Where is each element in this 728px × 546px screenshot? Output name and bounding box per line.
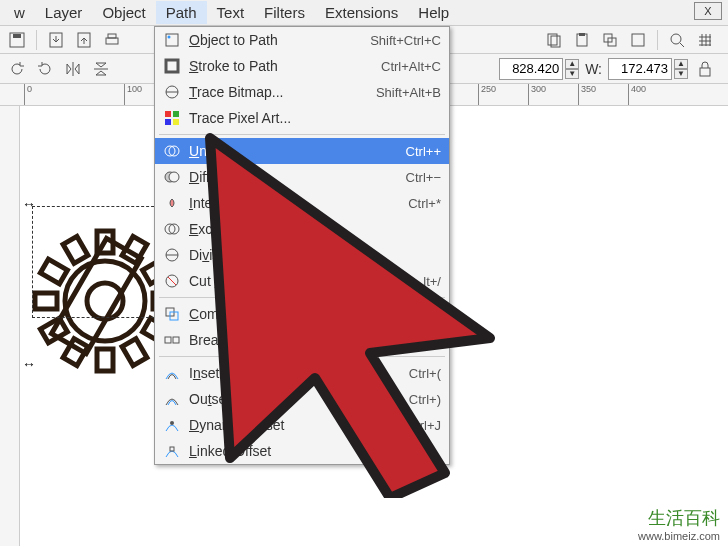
combine-icon	[163, 305, 181, 323]
separator	[657, 30, 658, 50]
svg-point-32	[168, 36, 171, 39]
stepper-up-icon[interactable]: ▲	[565, 59, 579, 69]
stepper-down-icon[interactable]: ▼	[565, 69, 579, 79]
svg-point-13	[671, 34, 681, 44]
copy-icon[interactable]	[543, 29, 565, 51]
paste-icon[interactable]	[571, 29, 593, 51]
x-spinner[interactable]: ▲▼	[499, 58, 579, 80]
svg-rect-23	[122, 339, 147, 366]
w-input[interactable]	[608, 58, 672, 80]
duplicate-icon[interactable]	[599, 29, 621, 51]
selection-box	[32, 206, 164, 318]
import-icon[interactable]	[45, 29, 67, 51]
close-icon: X	[704, 5, 711, 17]
menu-item-shortcut: Shift+Ctrl+C	[370, 33, 441, 48]
svg-line-14	[680, 43, 684, 47]
dynamic-offset-icon	[163, 416, 181, 434]
union-icon	[163, 142, 181, 160]
menu-item-shortcut: Ctrl+Alt+C	[381, 59, 441, 74]
menu-layer[interactable]: Layer	[35, 1, 93, 24]
watermark-url: www.bimeiz.com	[638, 530, 720, 542]
stepper-down-icon[interactable]: ▼	[674, 69, 688, 79]
svg-rect-15	[700, 68, 710, 76]
menu-item-label: Trace Bitmap...	[189, 84, 368, 100]
rotate-cw-icon[interactable]	[34, 58, 56, 80]
menubar: w Layer Object Path Text Filters Extensi…	[0, 0, 728, 26]
linked-offset-icon	[163, 442, 181, 460]
lock-icon[interactable]	[694, 58, 716, 80]
clone-icon[interactable]	[627, 29, 649, 51]
ruler-vertical	[0, 106, 20, 546]
print-icon[interactable]	[101, 29, 123, 51]
save-icon[interactable]	[6, 29, 28, 51]
svg-rect-37	[173, 111, 179, 117]
intersection-icon	[163, 194, 181, 212]
svg-rect-24	[97, 349, 113, 371]
svg-rect-39	[173, 119, 179, 125]
ruler-tick: 400	[628, 84, 646, 106]
svg-rect-12	[632, 34, 644, 46]
menu-item-stroke-to-path[interactable]: Stroke to PathCtrl+Alt+C	[155, 53, 449, 79]
x-input[interactable]	[499, 58, 563, 80]
window-close-button[interactable]: X	[694, 2, 722, 20]
ruler-tick: 0	[24, 84, 32, 106]
ruler-tick: 300	[528, 84, 546, 106]
svg-rect-55	[170, 447, 174, 451]
grid-icon[interactable]	[694, 29, 716, 51]
menu-extensions[interactable]: Extensions	[315, 1, 408, 24]
cursor-arrow-icon	[190, 128, 510, 498]
cut-path-icon	[163, 272, 181, 290]
flip-h-icon[interactable]	[62, 58, 84, 80]
ruler-tick: 350	[578, 84, 596, 106]
menu-path[interactable]: Path	[156, 1, 207, 24]
svg-rect-1	[13, 34, 21, 38]
svg-rect-53	[173, 337, 179, 343]
svg-rect-36	[165, 111, 171, 117]
ruler-tick: 100	[124, 84, 142, 106]
zoom-icon[interactable]	[666, 29, 688, 51]
svg-rect-31	[166, 34, 178, 46]
svg-rect-5	[108, 34, 116, 38]
svg-rect-33	[166, 60, 178, 72]
selection-handle-icon[interactable]: ↔	[22, 356, 36, 372]
svg-rect-52	[165, 337, 171, 343]
object-to-path-icon	[163, 31, 181, 49]
menu-text[interactable]: Text	[207, 1, 255, 24]
menu-view[interactable]: w	[4, 1, 35, 24]
menu-help[interactable]: Help	[408, 1, 459, 24]
separator	[36, 30, 37, 50]
svg-rect-38	[165, 119, 171, 125]
svg-point-54	[170, 421, 174, 425]
outset-icon	[163, 390, 181, 408]
inset-icon	[163, 364, 181, 382]
export-icon[interactable]	[73, 29, 95, 51]
menu-item-shortcut: Shift+Alt+B	[376, 85, 441, 100]
menu-item-label: Object to Path	[189, 32, 362, 48]
svg-rect-4	[106, 38, 118, 44]
trace-bitmap-icon	[163, 83, 181, 101]
menu-item-trace-bitmap[interactable]: Trace Bitmap...Shift+Alt+B	[155, 79, 449, 105]
menu-filters[interactable]: Filters	[254, 1, 315, 24]
stroke-to-path-icon	[163, 57, 181, 75]
menu-object[interactable]: Object	[92, 1, 155, 24]
difference-icon	[163, 168, 181, 186]
w-label: W:	[585, 61, 602, 77]
stepper-up-icon[interactable]: ▲	[674, 59, 688, 69]
exclusion-icon	[163, 220, 181, 238]
trace-pixel-art-icon	[163, 109, 181, 127]
flip-v-icon[interactable]	[90, 58, 112, 80]
ruler-tick: 250	[478, 84, 496, 106]
rotate-ccw-icon[interactable]	[6, 58, 28, 80]
watermark-text: 生活百科	[638, 506, 720, 530]
svg-point-43	[169, 172, 179, 182]
menu-item-label: Stroke to Path	[189, 58, 373, 74]
menu-item-object-to-path[interactable]: Object to PathShift+Ctrl+C	[155, 27, 449, 53]
w-spinner[interactable]: ▲▼	[608, 58, 688, 80]
svg-line-49	[168, 277, 176, 285]
menu-item-label: Trace Pixel Art...	[189, 110, 433, 126]
division-icon	[163, 246, 181, 264]
selection-handle-icon[interactable]: ↔	[22, 196, 36, 212]
watermark: 生活百科 www.bimeiz.com	[638, 506, 720, 542]
svg-rect-9	[579, 33, 585, 36]
break-apart-icon	[163, 331, 181, 349]
